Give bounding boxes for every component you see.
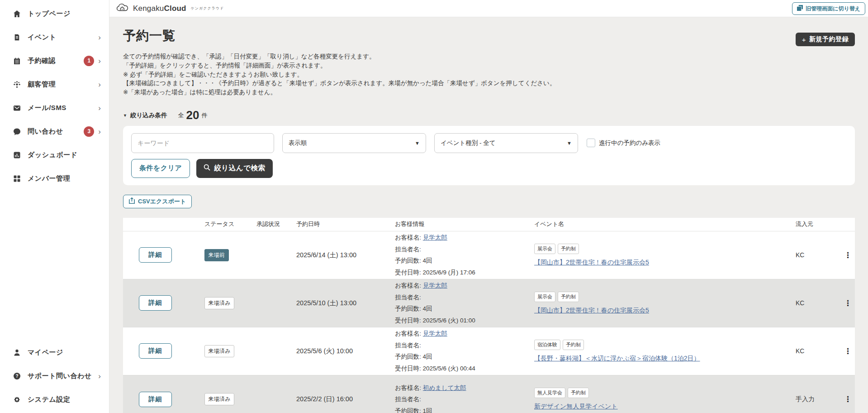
- event-tags: 展示会予約制: [534, 244, 796, 254]
- table-row: 詳細来場済み2025/2/2 (日) 16:00お客様名: 初めまして太郎担当者…: [123, 375, 855, 413]
- event-title-link[interactable]: 【岡山市】2世帯住宅！春の住宅展示会5: [534, 307, 649, 314]
- received-datetime-line: 受付日時: 2025/5/6 (火) 00:44: [395, 363, 534, 375]
- customers-icon: [12, 80, 21, 89]
- sidebar-item-システム設定[interactable]: システム設定: [0, 388, 109, 411]
- reservation-count-line: 予約回数: 4回: [395, 351, 534, 363]
- customer-name-line: お客様名: 見学太郎: [395, 232, 534, 244]
- reservation-datetime: 2025/5/6 (火) 10:00: [296, 347, 395, 355]
- event-tags: 展示会予約制: [534, 292, 796, 302]
- sort-select[interactable]: 表示順 ▼: [282, 133, 426, 153]
- kebab-menu-icon[interactable]: ⋮: [841, 299, 855, 307]
- main-content: 予約一覧 + 新規予約登録 全ての予約情報が確認でき、「承認」「日付変更」「取り…: [109, 17, 868, 413]
- notification-badge: 1: [84, 56, 94, 66]
- sidebar-item-マイページ[interactable]: マイページ: [0, 341, 109, 364]
- sidebar-item-イベント[interactable]: イベント›: [0, 25, 109, 49]
- status-badge: 来場前: [204, 249, 229, 261]
- table-body: 詳細来場前2025/6/14 (土) 13:00お客様名: 見学太郎担当者名: …: [123, 231, 855, 413]
- detail-button[interactable]: 詳細: [139, 343, 172, 359]
- event-tag: 無人見学会: [534, 388, 565, 398]
- sidebar-bottom-nav: マイページ?サポート問い合わせ›システム設定: [0, 341, 109, 411]
- sidebar-item-問い合わせ[interactable]: 問い合わせ3›: [0, 120, 109, 143]
- sidebar: トップページイベント›予約確認1›顧客管理›メール/SMS›問い合わせ3›ダッシ…: [0, 0, 109, 413]
- export-icon: [129, 197, 135, 205]
- customer-name-link[interactable]: 見学太郎: [423, 234, 447, 241]
- triangle-down-icon: ▼: [123, 113, 127, 118]
- keyword-input[interactable]: [131, 133, 274, 153]
- brand-logo: KengakuCloud ケンガククラウド: [116, 3, 224, 14]
- chat-icon: [12, 127, 21, 136]
- event-cell: 展示会予約制【岡山市】2世帯住宅！春の住宅展示会5: [534, 292, 796, 315]
- sidebar-item-label: 問い合わせ: [28, 127, 63, 136]
- kebab-menu-icon[interactable]: ⋮: [841, 347, 855, 355]
- event-tags: 宿泊体験予約制: [534, 340, 796, 350]
- csv-export-button[interactable]: CSVエクスポート: [123, 195, 192, 208]
- sidebar-item-予約確認[interactable]: 予約確認1›: [0, 49, 109, 72]
- page-description: 全ての予約情報が確認でき、「承認」「日付変更」「取り消し」など各種変更を行えます…: [123, 52, 855, 97]
- sidebar-item-メンバー管理[interactable]: メンバー管理: [0, 167, 109, 190]
- description-line: 【来場確認につきまして】・・・《予約日時》が過ぎると「来場せず」ボタンが表示され…: [123, 79, 855, 88]
- status-badge: 来場済み: [204, 297, 234, 309]
- plus-icon: +: [802, 36, 806, 43]
- reservation-count-line: 予約回数: 1回: [395, 405, 534, 413]
- search-icon: [204, 164, 210, 173]
- clear-filters-button[interactable]: 条件をクリア: [131, 159, 190, 178]
- filter-search-button[interactable]: 絞り込んで検索: [196, 159, 272, 178]
- page-title: 予約一覧: [123, 27, 175, 44]
- new-reservation-button[interactable]: + 新規予約登録: [796, 33, 855, 46]
- table-row: 詳細来場済み2025/5/10 (土) 13:00お客様名: 見学太郎担当者名:…: [123, 279, 855, 327]
- event-tag: 予約制: [563, 340, 584, 350]
- filter-toggle[interactable]: ▼ 絞り込み条件: [123, 111, 167, 121]
- in-progress-checkbox[interactable]: [587, 139, 595, 147]
- col-approval: 承認状況: [256, 220, 296, 228]
- detail-button[interactable]: 詳細: [139, 247, 172, 263]
- source-cell: KC: [796, 251, 841, 259]
- home-icon: [12, 9, 21, 18]
- description-line: 「予約詳細」をクリックすると、予約情報「詳細画面」が表示されます。: [123, 61, 855, 70]
- event-cell: 宿泊体験予約制【長野・蓼科湖】＜水辺に浮かぶ宿＞宿泊体験（1泊2日）: [534, 340, 796, 363]
- sidebar-item-サポート問い合わせ[interactable]: ?サポート問い合わせ›: [0, 364, 109, 388]
- chevron-right-icon: ›: [98, 104, 101, 112]
- customer-name-link[interactable]: 見学太郎: [423, 330, 447, 337]
- manager-line: 担当者名:: [395, 394, 534, 405]
- col-event: イベント名: [534, 220, 796, 228]
- manager-line: 担当者名:: [395, 292, 534, 303]
- sidebar-item-label: イベント: [28, 33, 56, 42]
- sidebar-item-メール/SMS[interactable]: メール/SMS›: [0, 96, 109, 120]
- status-badge: 来場済み: [204, 393, 234, 405]
- sidebar-item-label: トップページ: [28, 10, 71, 18]
- source-cell: KC: [796, 299, 841, 307]
- description-line: ※「来場があった場合」は特に処理は必要ありません。: [123, 88, 855, 97]
- sidebar-item-label: 予約確認: [28, 57, 56, 65]
- source-cell: 手入力: [796, 395, 841, 403]
- event-title-link[interactable]: 【岡山市】2世帯住宅！春の住宅展示会5: [534, 259, 649, 266]
- col-status: ステータス: [204, 220, 256, 228]
- sidebar-item-label: マイページ: [28, 348, 63, 357]
- filter-panel: 表示順 ▼ イベント種別 - 全て ▼ 進行中の予約のみ表示 条件をクリア: [123, 126, 855, 185]
- in-progress-checkbox-row[interactable]: 進行中の予約のみ表示: [587, 139, 660, 147]
- event-title-link[interactable]: 【長野・蓼科湖】＜水辺に浮かぶ宿＞宿泊体験（1泊2日）: [534, 355, 700, 362]
- notification-badge: 3: [84, 126, 94, 137]
- col-source: 流入元: [796, 220, 841, 228]
- kebab-menu-icon[interactable]: ⋮: [841, 395, 855, 403]
- customer-name-link[interactable]: 見学太郎: [423, 282, 447, 289]
- sidebar-item-顧客管理[interactable]: 顧客管理›: [0, 72, 109, 96]
- detail-button[interactable]: 詳細: [139, 295, 172, 311]
- sidebar-main-nav: トップページイベント›予約確認1›顧客管理›メール/SMS›問い合わせ3›ダッシ…: [0, 0, 109, 190]
- event-tag: 予約制: [568, 388, 589, 398]
- kebab-menu-icon[interactable]: ⋮: [841, 251, 855, 259]
- sidebar-item-label: システム設定: [28, 395, 70, 404]
- sidebar-item-label: 顧客管理: [28, 80, 56, 89]
- dashboard-icon: [12, 150, 21, 159]
- sidebar-item-ダッシュボード[interactable]: ダッシュボード: [0, 143, 109, 167]
- description-line: 全ての予約情報が確認でき、「承認」「日付変更」「取り消し」など各種変更を行えます…: [123, 52, 855, 61]
- table-header-row: ステータス 承認状況 予約日時 お客様情報 イベント名 流入元: [123, 218, 855, 231]
- detail-button[interactable]: 詳細: [139, 392, 172, 407]
- event-type-select[interactable]: イベント種別 - 全て ▼: [434, 133, 578, 153]
- sidebar-item-トップページ[interactable]: トップページ: [0, 2, 109, 25]
- user-icon: [12, 348, 21, 357]
- event-title-link[interactable]: 新デザイン無人見学イベント: [534, 403, 618, 410]
- customer-name-link[interactable]: 初めまして太郎: [423, 384, 466, 391]
- total-count-number: 20: [186, 109, 199, 121]
- brand-name: KengakuCloud: [133, 4, 186, 13]
- switch-legacy-admin-button[interactable]: 旧管理画面に切り替え: [792, 2, 865, 15]
